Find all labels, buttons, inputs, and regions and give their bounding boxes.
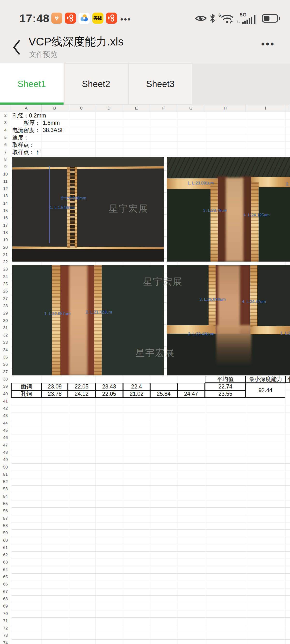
row-number: 5 [0, 134, 11, 141]
grid-line-horizontal [0, 471, 290, 471]
cell-A7: 取样点：下 [11, 149, 42, 156]
plating-wall-right [94, 265, 102, 376]
cell-E40: 21.02 [123, 390, 150, 398]
row-number: 44 [0, 420, 11, 427]
row-number: 59 [0, 530, 11, 537]
grid-line-horizontal [0, 603, 290, 603]
measurement-annotation: 4. L:24.47um [242, 299, 266, 304]
sheet-tab-bar: Sheet1 Sheet2 Sheet3 [0, 63, 290, 105]
corner-cell [0, 105, 11, 112]
file-preview-header: VCP线深度能力.xls 文件预览 ••• [0, 32, 290, 63]
status-icons: 6 5G [195, 12, 281, 25]
cell-A2: 孔径：0.2mm [11, 112, 42, 119]
battery-icon [262, 14, 281, 23]
pinwheel-glyph [80, 14, 88, 23]
row-number: 7 [0, 149, 11, 156]
row-number: 22 [0, 258, 11, 266]
row-number: 65 [0, 574, 11, 581]
row-number: 19 [0, 236, 11, 244]
resin-band [12, 249, 164, 262]
row-number: 49 [0, 456, 11, 464]
column-header-E: E [123, 105, 150, 112]
grid-line-horizontal [0, 464, 290, 464]
cell-B4: 38.3ASF [42, 127, 68, 134]
row-number: 67 [0, 588, 11, 596]
row-number: 43 [0, 412, 11, 420]
measurement-annotation: 2. L:21.023um [86, 310, 112, 315]
row-number: 42 [0, 405, 11, 412]
row-number: 24 [0, 273, 11, 280]
wifi6-icon: 6 [218, 13, 234, 24]
row-number: 45 [0, 427, 11, 434]
grid-line-horizontal [0, 478, 290, 478]
grid-line-horizontal [0, 522, 290, 522]
measurement-annotation: 1. L:2 [280, 331, 290, 336]
video-camera-glyph [107, 14, 116, 22]
kuaishou-icon-2 [106, 12, 117, 24]
grid-line-horizontal [0, 442, 290, 442]
measurement-annotation: 1. L:22.057um [44, 311, 70, 316]
grid-line-horizontal [0, 610, 290, 610]
column-header-clipped [285, 105, 290, 112]
chevron-left-icon [12, 40, 20, 55]
cell-I39: 92.44 [246, 383, 285, 398]
more-notifications-dots: ••• [120, 14, 131, 24]
row-number: 57 [0, 515, 11, 522]
photo-top-band [12, 157, 164, 167]
substrate-left [167, 188, 210, 262]
measurement-annotation: 1. L:23.091um [188, 181, 214, 186]
tab-sheet1[interactable]: Sheet1 [0, 63, 64, 105]
photo-top-band [167, 157, 290, 179]
row-number: 27 [0, 295, 11, 302]
row-number: 73 [0, 632, 11, 639]
check-glyph: ✓ [55, 16, 58, 20]
row-number: 26 [0, 288, 11, 295]
tab-sheet2[interactable]: Sheet2 [64, 63, 128, 105]
row-number: 58 [0, 522, 11, 530]
grid-line-horizontal [0, 559, 290, 559]
back-button[interactable] [9, 36, 24, 59]
measurement-annotation: 3. L:25.848um [200, 297, 226, 302]
row-number: 38 [0, 376, 11, 383]
cell-B3: 1.6mm [42, 119, 68, 126]
grid-line-horizontal [0, 530, 290, 530]
cell-C40: 24.12 [68, 390, 95, 398]
measurement-annotation: 2. L:0.208mm [61, 196, 86, 201]
measurement-annotation: 2. L:23.430um [188, 332, 214, 336]
grid-line-horizontal [0, 398, 290, 398]
grid-line-horizontal [0, 156, 290, 156]
cell-F40: 25.84 [150, 390, 177, 398]
row-number: 53 [0, 486, 11, 493]
grid-line-horizontal [0, 508, 290, 508]
cell-D39: 23.43 [95, 383, 123, 390]
row-number: 10 [0, 170, 11, 178]
row-number: 54 [0, 493, 11, 500]
grid-line-horizontal [0, 640, 290, 640]
video-camera-glyph [66, 14, 74, 22]
row-number: 47 [0, 442, 11, 449]
page-title: VCP线深度能力.xls [28, 34, 124, 49]
cell-D40: 22.05 [95, 390, 123, 398]
cell-F39 [150, 383, 177, 390]
grid-line-horizontal [0, 537, 290, 537]
row-number: 3 [0, 119, 11, 126]
grid-line-horizontal [0, 515, 290, 515]
row-number: 56 [0, 508, 11, 515]
row-number: 31 [0, 324, 11, 332]
cell-B40: 23.78 [42, 390, 68, 398]
via-wall-right [75, 167, 77, 248]
row-number: 55 [0, 500, 11, 508]
row-number: 62 [0, 552, 11, 559]
cell-H40: 23.55 [205, 390, 246, 398]
substrate-left [167, 265, 208, 326]
grid-line-horizontal [0, 149, 290, 149]
grid-line-horizontal [0, 412, 290, 412]
cell-C39: 22.05 [68, 383, 95, 390]
tab-sheet3[interactable]: Sheet3 [128, 63, 192, 105]
row-number: 36 [0, 361, 11, 368]
column-header-G: G [177, 105, 205, 112]
more-menu-button[interactable]: ••• [261, 39, 275, 50]
row-number: 63 [0, 559, 11, 566]
wifi-6-label: 6 [218, 13, 221, 18]
network-5g-label: 5G [240, 12, 246, 18]
